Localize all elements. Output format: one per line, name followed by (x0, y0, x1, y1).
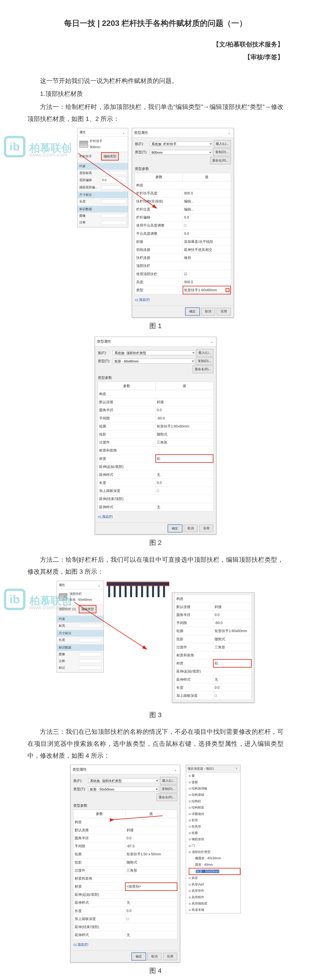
param-value[interactable]: 随附式 (156, 430, 213, 438)
param-value[interactable]: -60.0 (156, 414, 213, 422)
preview-link[interactable]: << 预览(P) (73, 943, 88, 946)
param-value[interactable]: 编辑... (183, 205, 231, 213)
tree-item[interactable]: 钢筋形状 (189, 836, 240, 842)
param-value[interactable]: 0.0 (183, 213, 231, 221)
rename-button[interactable]: 重命名(R)... (193, 366, 213, 373)
tree-item[interactable]: 风管内衬 (189, 881, 240, 888)
param-value[interactable]: □ (125, 915, 177, 923)
palette-value[interactable] (79, 659, 102, 663)
family-select[interactable]: 系统族: 顶部扶栏类型 (88, 778, 159, 783)
close-icon[interactable]: × (228, 131, 232, 134)
param-value[interactable]: 随附式 (125, 858, 177, 866)
load-button[interactable]: 载入(L)... (214, 140, 231, 148)
param-value[interactable]: 添加垂直/水平线段 (183, 237, 231, 246)
tree-item[interactable]: 风管管件 (189, 888, 240, 894)
tree-item[interactable]: 软管 (189, 817, 240, 823)
param-value[interactable]: 编辑... (183, 197, 231, 205)
apply-button[interactable]: 应用 (217, 308, 231, 315)
family-select[interactable]: 系统族: 顶部扶栏类型 (113, 350, 195, 355)
close-icon[interactable]: × (98, 584, 102, 587)
tree-item[interactable]: 竖梃 (189, 779, 240, 785)
tree-item[interactable]: 矩形 - 50x50mm (189, 868, 240, 875)
tree-item[interactable]: 顶部扶栏类型 (189, 849, 240, 855)
apply-button[interactable]: 应用 (199, 525, 213, 532)
param-value[interactable]: 矩形扶手1:60x60mm (213, 627, 251, 635)
palette-value[interactable] (101, 171, 126, 175)
ok-button[interactable]: 确定 (168, 525, 182, 532)
tree-item[interactable]: 风管 (189, 875, 240, 881)
palette-value[interactable] (101, 214, 126, 218)
cancel-button[interactable]: 取消 (184, 525, 198, 532)
param-value[interactable]: 斜接 (213, 603, 251, 611)
rename-button[interactable]: 重命名(R)... (210, 157, 231, 164)
param-value[interactable]: 0.0 (156, 406, 213, 414)
tree-item[interactable]: 风道末端 (189, 907, 240, 913)
param-value[interactable]: 铝 (156, 455, 213, 463)
preview-link[interactable]: << 预览(P) (98, 515, 113, 518)
param-value[interactable]: □ (213, 692, 251, 700)
load-button[interactable]: 载入(L)... (160, 777, 177, 784)
preview-link[interactable]: << 预览(P) (135, 298, 150, 301)
family-select[interactable]: 系统族: 栏杆扶手 (150, 142, 213, 146)
type-select[interactable]: 矩形 - 60x60mm (113, 359, 195, 363)
param-value[interactable]: 三角形 (156, 439, 213, 447)
palette-value[interactable]: 0.0 (101, 177, 126, 183)
tree-item[interactable]: 结构柱 (189, 798, 240, 804)
ok-button[interactable]: 确定 (132, 953, 146, 960)
param-value[interactable]: -87.5 (125, 842, 177, 850)
copy-button[interactable]: 复制(D)... (196, 357, 213, 365)
param-value[interactable]: 无 (213, 675, 251, 684)
param-value[interactable]: 0.0 (156, 479, 213, 487)
apply-button[interactable]: 应用 (163, 953, 177, 960)
cancel-button[interactable]: 取消 (201, 308, 215, 315)
close-icon[interactable]: × (236, 766, 239, 769)
tree-item[interactable]: 结构框架 (189, 804, 240, 811)
param-value[interactable]: 三角形 (213, 643, 251, 651)
param-value[interactable]: 铝 (213, 659, 251, 667)
param-value[interactable]: 随附式 (213, 635, 251, 643)
copy-button[interactable]: 复制(D)... (213, 148, 231, 156)
palette-value[interactable] (79, 624, 102, 628)
param-value[interactable]: -60.0 (213, 619, 251, 627)
tree-item[interactable]: 详图项目 (189, 811, 240, 817)
param-value[interactable]: 0.0 (213, 684, 251, 692)
palette-value[interactable] (101, 199, 126, 204)
palette-value[interactable] (79, 652, 102, 656)
ok-button[interactable]: 确定 (186, 308, 200, 315)
close-icon[interactable]: × (123, 131, 126, 134)
param-value[interactable]: 0.0 (125, 834, 177, 842)
tree-item[interactable]: 门 (189, 843, 240, 849)
close-icon[interactable]: × (175, 768, 178, 771)
copy-button[interactable]: 复制(D)... (160, 785, 177, 792)
type-select[interactable]: 矩形 - 50x50mm (88, 787, 158, 791)
param-value[interactable]: 无 (125, 899, 177, 907)
tree-item[interactable]: 结构加强板 (189, 785, 240, 792)
tree-item[interactable]: 轮廓 (189, 830, 240, 836)
param-value[interactable]: 斜接 (156, 398, 213, 406)
param-value[interactable]: <按类别> (125, 883, 177, 891)
palette-value[interactable] (101, 185, 126, 189)
param-value[interactable]: 无 (125, 931, 177, 939)
tree-item[interactable]: 风管附件 (189, 894, 240, 900)
browse-button[interactable]: … (225, 288, 230, 292)
param-value[interactable]: 矩形扶手1:50 x 50mm (125, 850, 177, 858)
tree-item[interactable]: 结构基础 (189, 792, 240, 798)
param-value[interactable]: □ (156, 487, 213, 495)
tree-item[interactable]: 椭圆形 - 40x30mm (189, 855, 240, 861)
param-value[interactable]: ☑ (183, 270, 231, 278)
tree-item[interactable]: 圆形 - 40mm (189, 862, 240, 868)
param-value[interactable]: 0.0 (213, 611, 251, 619)
tree-item[interactable]: 软风管 (189, 823, 240, 830)
tree-item[interactable]: 风管隔热层 (189, 900, 240, 907)
param-value[interactable]: 0.0 (125, 907, 177, 915)
tree-item[interactable]: 窗 (189, 773, 240, 779)
param-value[interactable]: 三角形 (125, 866, 177, 874)
param-value[interactable]: 延伸扶手使其相交 (183, 246, 231, 254)
param-value[interactable]: 无 (156, 471, 213, 479)
param-value[interactable]: 矩形扶手1:60x60mm (156, 422, 213, 430)
param-value[interactable]: 斜接 (125, 826, 177, 834)
palette-value[interactable] (101, 221, 126, 224)
param-value[interactable]: 0.0 (183, 229, 231, 237)
load-button[interactable]: 载入(L)... (196, 349, 213, 356)
palette-value[interactable] (79, 638, 102, 642)
